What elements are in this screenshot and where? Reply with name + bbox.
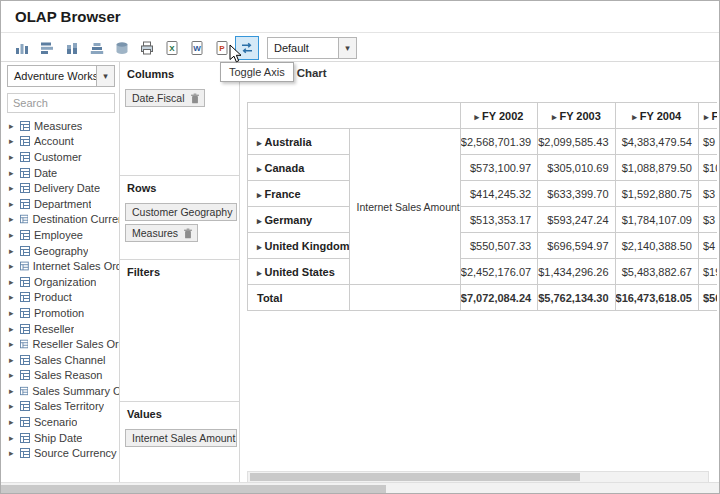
export-report-button[interactable] [135,36,159,60]
expand-arrow-icon[interactable]: ▸ [9,448,16,458]
expand-arrow-icon[interactable]: ▸ [9,168,16,178]
expand-arrow-icon[interactable]: ▸ [257,268,262,278]
tree-item-organization[interactable]: ▸Organization [7,274,119,290]
expand-arrow-icon[interactable]: ▸ [257,190,262,200]
expand-arrow-icon[interactable]: ▸ [9,230,16,240]
expand-arrow-icon[interactable]: ▸ [9,277,16,287]
trash-icon[interactable] [183,228,193,239]
bar-chart-button[interactable] [35,36,59,60]
dropdown-arrow-icon[interactable]: ▾ [338,38,356,58]
column-header-fy-2003[interactable]: ▸FY 2003 [538,103,615,129]
tree-item-source-currency[interactable]: ▸Source Currency [7,445,119,461]
expand-arrow-icon[interactable]: ▸ [9,183,16,193]
expand-arrow-icon[interactable]: ▸ [257,164,262,174]
row-header-australia[interactable]: ▸Australia [248,129,350,155]
tab-chart[interactable]: Chart [295,65,329,81]
expand-arrow-icon[interactable]: ▸ [475,112,480,122]
column-header-fy-2002[interactable]: ▸FY 2002 [460,103,537,129]
expand-arrow-icon[interactable]: ▸ [257,242,262,252]
tree-item-date[interactable]: ▸Date [7,165,119,181]
cube-selector[interactable]: Adventure Works ▾ [7,65,115,87]
dropdown-arrow-icon[interactable]: ▾ [96,66,114,86]
expand-arrow-icon[interactable]: ▸ [9,401,16,411]
row-header-canada[interactable]: ▸Canada [248,155,350,181]
expand-arrow-icon[interactable]: ▸ [9,261,16,271]
expand-arrow-icon[interactable]: ▸ [9,339,16,349]
expand-arrow-icon[interactable]: ▸ [9,386,16,396]
expand-arrow-icon[interactable]: ▸ [9,308,16,318]
expand-arrow-icon[interactable]: ▸ [9,417,16,427]
value-cell: $4 [698,233,717,259]
scrollbar-thumb[interactable] [1,485,386,493]
row-header-france[interactable]: ▸France [248,181,350,207]
tree-item-internet-sales-order[interactable]: ▸Internet Sales Order [7,258,119,274]
expand-arrow-icon[interactable]: ▸ [9,121,16,131]
tree-item-label: Destination Currency [32,213,119,225]
tree-item-customer[interactable]: ▸Customer [7,149,119,165]
tree-item-sales-reason[interactable]: ▸Sales Reason [7,368,119,384]
export-excel-button[interactable]: X [160,36,184,60]
value-cell: $2,140,388.50 [615,233,698,259]
row-header-germany[interactable]: ▸Germany [248,207,350,233]
olap-browser-window: OLAP Browser X W P [0,0,720,494]
column-header-fy-2004[interactable]: ▸FY 2004 [615,103,698,129]
pyramid-chart-button[interactable] [85,36,109,60]
tree-item-geography[interactable]: ▸Geography [7,243,119,259]
tree-item-destination-currency[interactable]: ▸Destination Currency [7,212,119,228]
value-cell: $5,483,882.67 [615,259,698,285]
axis-chip-customer-geography[interactable]: Customer Geography [125,203,237,221]
export-word-button[interactable]: W [185,36,209,60]
tree-item-employee[interactable]: ▸Employee [7,227,119,243]
expand-arrow-icon[interactable]: ▸ [9,246,16,256]
bar-chart-icon [39,40,55,56]
tree-item-sales-channel[interactable]: ▸Sales Channel [7,352,119,368]
tree-item-label: Scenario [34,416,77,428]
tree-item-sales-summary-orde[interactable]: ▸Sales Summary Orde [7,383,119,399]
row-header-united-kingdom[interactable]: ▸United Kingdom [248,233,350,259]
chip-label: Customer Geography [132,206,232,218]
axes-panel: Columns Date.Fiscal Rows Customer Geogra… [119,62,240,482]
tree-item-sales-territory[interactable]: ▸Sales Territory [7,399,119,415]
tree-item-reseller-sales-order[interactable]: ▸Reseller Sales Order [7,336,119,352]
tree-item-label: Date [34,167,57,179]
tree-item-department[interactable]: ▸Department [7,196,119,212]
expand-arrow-icon[interactable]: ▸ [632,112,637,122]
expand-arrow-icon[interactable]: ▸ [9,152,16,162]
tree-item-account[interactable]: ▸Account [7,134,119,150]
tree-item-product[interactable]: ▸Product [7,290,119,306]
dimension-icon [20,246,30,256]
search-input[interactable] [7,93,115,113]
expand-arrow-icon[interactable]: ▸ [9,433,16,443]
expand-arrow-icon[interactable]: ▸ [9,292,16,302]
expand-arrow-icon[interactable]: ▸ [9,370,16,380]
expand-arrow-icon[interactable]: ▸ [9,355,16,365]
axis-chip-date-fiscal[interactable]: Date.Fiscal [125,89,205,107]
tree-item-promotion[interactable]: ▸Promotion [7,305,119,321]
axis-chip-internet-sales-amount[interactable]: Internet Sales Amount [125,429,237,447]
expand-arrow-icon[interactable]: ▸ [9,214,16,224]
expand-arrow-icon[interactable]: ▸ [9,136,16,146]
axis-chip-measures[interactable]: Measures [125,224,198,242]
row-header-united-states[interactable]: ▸United States [248,259,350,285]
report-selector[interactable]: Default ▾ [267,37,357,59]
column-chart-button[interactable] [10,36,34,60]
tree-item-reseller[interactable]: ▸Reseller [7,321,119,337]
expand-arrow-icon[interactable]: ▸ [704,112,709,122]
expand-arrow-icon[interactable]: ▸ [9,324,16,334]
tree-item-label: Delivery Date [34,182,100,194]
scrollbar-thumb[interactable] [250,473,580,481]
database-button[interactable] [110,36,134,60]
tree-item-measures[interactable]: ▸Measures [7,118,119,134]
stacking-chart-button[interactable] [60,36,84,60]
column-header-fy[interactable]: ▸FY [698,103,717,129]
trash-icon[interactable] [190,93,200,104]
tree-item-scenario[interactable]: ▸Scenario [7,414,119,430]
expand-arrow-icon[interactable]: ▸ [257,138,262,148]
expand-arrow-icon[interactable]: ▸ [257,216,262,226]
pivot-table: ▸FY 2002▸FY 2003▸FY 2004▸FY▸AustraliaInt… [247,102,717,311]
tree-item-delivery-date[interactable]: ▸Delivery Date [7,180,119,196]
tree-item-ship-date[interactable]: ▸Ship Date [7,430,119,446]
expand-arrow-icon[interactable]: ▸ [552,112,557,122]
page-horizontal-scrollbar[interactable] [1,482,719,494]
expand-arrow-icon[interactable]: ▸ [9,199,16,209]
